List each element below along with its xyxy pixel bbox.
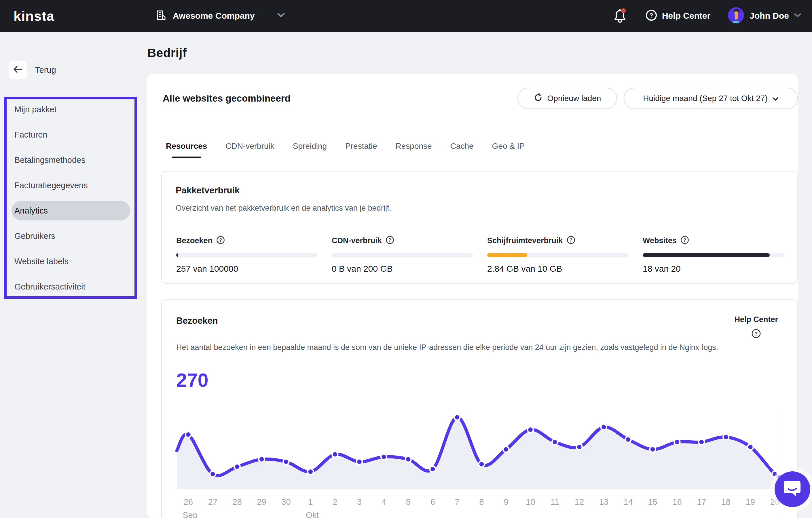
chart-x-label: 26 <box>184 497 193 507</box>
usage-card-description: Overzicht van het pakketverbruik en de a… <box>176 202 783 214</box>
sidebar-item-mijn-pakket[interactable]: Mijn pakket <box>11 99 130 119</box>
sidebar-item-gebruikers[interactable]: Gebruikers <box>11 226 130 246</box>
chart-x-label: 1 <box>308 497 313 507</box>
chart-data-point <box>699 439 704 445</box>
chart-data-point <box>503 447 509 452</box>
metric-label: CDN-verbruik <box>332 236 382 245</box>
chart-x-label: 28 <box>233 497 242 507</box>
sidebar-item-facturatiegegevens[interactable]: Facturatiegegevens <box>11 176 130 195</box>
chart-x-label: 29 <box>257 497 266 507</box>
chart-x-label: 16 <box>672 497 682 507</box>
chart-x-label: 15 <box>648 497 657 507</box>
chat-bubble-icon <box>783 479 802 499</box>
visits-help-center[interactable]: Help Center ? <box>734 315 778 338</box>
chart-x-label: 30 <box>281 497 291 507</box>
sidebar-item-website-labels[interactable]: Website labels <box>11 251 130 271</box>
metric-label: Bezoeken <box>176 236 212 245</box>
tab-geo-ip[interactable]: Geo & IP <box>492 142 525 156</box>
chart-x-label: 27 <box>208 497 218 507</box>
metric-value: 18 van 20 <box>643 264 798 274</box>
chart-data-point <box>601 424 607 430</box>
metric-progress-track <box>332 253 473 257</box>
help-center-label: Help Center <box>662 11 710 21</box>
metric-progress-fill <box>487 253 527 257</box>
chart-data-point <box>478 461 484 467</box>
chart-x-label: 11 <box>551 497 559 507</box>
chat-widget-button[interactable] <box>775 471 810 507</box>
user-menu[interactable]: John Doe <box>728 7 801 25</box>
chart-data-point <box>626 436 631 442</box>
page-title: Bedrijf <box>147 46 187 60</box>
chart-data-point <box>430 466 436 472</box>
metric-value: 257 van 100000 <box>176 264 332 274</box>
tab-prestatie[interactable]: Prestatie <box>345 142 377 156</box>
period-select[interactable]: Huidige maand (Sep 27 tot Okt 27) <box>624 88 798 109</box>
refresh-icon <box>533 93 543 104</box>
chart-area-fill <box>177 417 783 489</box>
chart-data-point <box>552 439 558 445</box>
company-selector[interactable]: Awesome Company <box>155 0 285 32</box>
question-circle-icon[interactable]: ? <box>680 236 689 245</box>
tab-resources[interactable]: Resources <box>166 142 207 156</box>
period-label: Huidige maand (Sep 27 tot Okt 27) <box>643 94 767 103</box>
visits-total: 270 <box>176 369 208 391</box>
metric-progress-fill <box>643 253 770 257</box>
sidebar-item-betalingsmethodes[interactable]: Betalingsmethodes <box>11 150 130 170</box>
chart-x-label: 3 <box>357 497 361 507</box>
svg-text:?: ? <box>649 12 653 19</box>
metric-progress-fill <box>176 253 178 257</box>
visits-help-label: Help Center <box>734 315 778 324</box>
chart-x-label: 18 <box>721 497 730 507</box>
chart-data-point <box>650 447 656 452</box>
metric-schijfruimteverbruik: Schijfruimteverbruik?2.84 GB van 10 GB <box>487 235 643 274</box>
svg-text:?: ? <box>755 331 758 337</box>
chevron-down-icon <box>772 94 779 103</box>
back-row: Terug <box>9 61 56 79</box>
svg-text:?: ? <box>388 238 391 243</box>
usage-card: Pakketverbruik Overzicht van het pakketv… <box>161 171 798 284</box>
sidebar-item-gebruikersactiviteit[interactable]: Gebruikersactiviteit <box>11 277 130 297</box>
back-button[interactable] <box>9 61 27 79</box>
visits-card-title: Bezoeken <box>176 316 218 326</box>
chart-data-point <box>259 456 265 462</box>
visits-line-chart: 2627282930123456789101112131415161718192… <box>162 412 798 518</box>
topbar-right: ? Help Center <box>614 0 801 32</box>
question-circle-icon[interactable]: ? <box>567 236 575 245</box>
chart-x-label: 2 <box>332 497 337 507</box>
svg-text:?: ? <box>219 238 222 243</box>
chart-data-point <box>454 415 460 420</box>
question-circle-icon[interactable]: ? <box>385 236 394 245</box>
tab-bar: ResourcesCDN-verbruikSpreidingPrestatieR… <box>166 142 525 156</box>
metric-label: Schijfruimteverbruik <box>487 236 563 245</box>
tab-spreiding[interactable]: Spreiding <box>293 142 327 156</box>
chart-x-label: 6 <box>431 497 435 507</box>
tab-response[interactable]: Response <box>396 142 432 156</box>
reload-button[interactable]: Opnieuw laden <box>517 88 617 109</box>
kinsta-logo[interactable]: kinsta <box>13 0 54 32</box>
back-label: Terug <box>35 65 56 75</box>
question-circle-icon: ? <box>645 9 657 23</box>
help-center-button[interactable]: ? Help Center <box>645 9 710 23</box>
chart-month-label: Okt <box>306 511 319 518</box>
svg-text:?: ? <box>683 238 686 243</box>
metric-progress-track <box>643 253 784 257</box>
chart-x-label: 19 <box>746 497 755 507</box>
sidebar-item-analytics[interactable]: Analytics <box>11 201 130 220</box>
avatar <box>728 7 744 25</box>
metric-value: 0 B van 200 GB <box>332 264 487 274</box>
visits-description: Het aantal bezoeken in een bepaalde maan… <box>176 341 732 354</box>
chart-data-point <box>356 459 362 465</box>
chart-data-point <box>674 439 680 445</box>
metric-bezoeken: Bezoeken?257 van 100000 <box>176 235 332 274</box>
svg-text:?: ? <box>570 238 573 243</box>
chart-data-point <box>332 452 338 457</box>
building-icon <box>155 9 167 22</box>
usage-metrics: Bezoeken?257 van 100000CDN-verbruik?0 B … <box>176 235 798 274</box>
notifications-button[interactable] <box>614 8 626 23</box>
sidebar-item-facturen[interactable]: Facturen <box>11 125 130 145</box>
chart-data-point <box>405 456 411 462</box>
tab-cache[interactable]: Cache <box>451 142 474 156</box>
question-circle-icon[interactable]: ? <box>216 236 225 245</box>
tab-cdn-verbruik[interactable]: CDN-verbruik <box>226 142 274 156</box>
chart-data-point <box>527 427 533 432</box>
